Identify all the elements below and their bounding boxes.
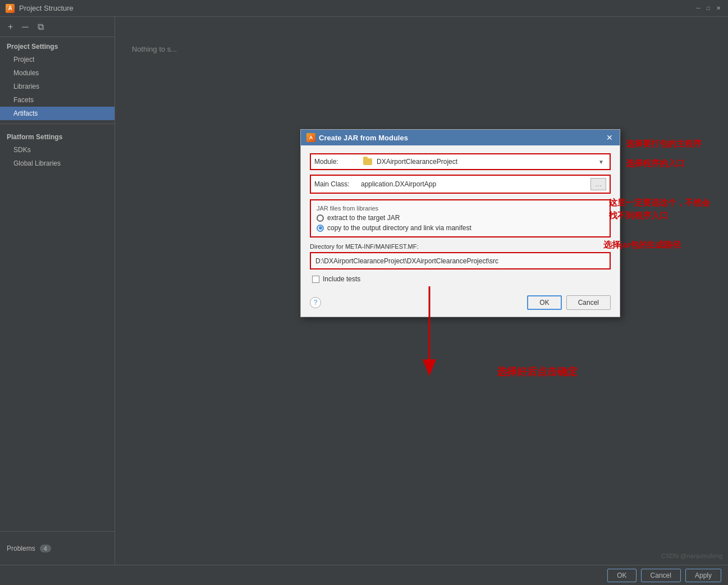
- add-button[interactable]: +: [4, 21, 16, 33]
- problems-label: Problems: [7, 545, 35, 552]
- bottom-cancel-button[interactable]: Cancel: [641, 569, 681, 582]
- svg-marker-1: [423, 359, 436, 376]
- module-label: Module:: [314, 158, 356, 166]
- sidebar-divider: [0, 124, 115, 124]
- sidebar-item-facets[interactable]: Facets: [0, 93, 115, 107]
- radio-extract[interactable]: extract to the target JAR: [317, 214, 604, 222]
- module-row: Module: DXAirportClearanceProject ▼: [310, 153, 611, 170]
- help-button[interactable]: ?: [310, 297, 321, 308]
- artifact-toolbar: + ─ ⧉: [0, 17, 115, 37]
- radio-copy-label: copy to the output directory and link vi…: [327, 224, 471, 232]
- dialog-title-bar: A Create JAR from Modules ✕: [301, 130, 620, 145]
- mainclass-value: application.DXAirportApp: [361, 180, 586, 188]
- arrow-annotation: [407, 286, 452, 400]
- dialog-body: Module: DXAirportClearanceProject ▼ Main…: [301, 145, 620, 291]
- problems-panel: Problems 4: [0, 531, 115, 565]
- mainclass-label: Main Class:: [314, 180, 356, 188]
- project-settings-section: Project Settings: [0, 37, 115, 53]
- sidebar-item-modules[interactable]: Modules: [0, 66, 115, 80]
- remove-button[interactable]: ─: [19, 21, 31, 33]
- bottom-bar: OK Cancel Apply: [0, 565, 728, 585]
- bottom-ok-button[interactable]: OK: [607, 569, 636, 582]
- mainclass-browse-button[interactable]: …: [590, 178, 606, 190]
- problems-badge: 4: [40, 545, 51, 552]
- nothing-text: Nothing to s...: [132, 45, 177, 53]
- watermark: CSDN @nanjumufeng: [661, 552, 722, 559]
- create-jar-dialog: A Create JAR from Modules ✕ Module: DXAi…: [300, 129, 620, 317]
- sidebar-item-libraries[interactable]: Libraries: [0, 80, 115, 93]
- main-panel: Nothing to s... A Create JAR from Module…: [115, 17, 728, 565]
- sidebar-item-artifacts[interactable]: Artifacts: [0, 107, 115, 120]
- include-tests-label: Include tests: [323, 275, 360, 283]
- title-bar: A Project Structure ─ □ ✕: [0, 0, 728, 17]
- annotation-2: 选择程序的入口: [626, 157, 685, 169]
- module-dropdown-icon: ▼: [598, 159, 604, 165]
- close-button[interactable]: ✕: [715, 4, 722, 12]
- radio-copy-circle: [317, 225, 324, 232]
- window-title: Project Structure: [19, 4, 74, 12]
- sidebar-item-global-libraries[interactable]: Global Libraries: [0, 157, 115, 170]
- app-icon: A: [6, 4, 15, 13]
- dialog-app-icon: A: [306, 133, 315, 142]
- module-select[interactable]: DXAirportClearanceProject ▼: [361, 157, 606, 167]
- radio-extract-label: extract to the target JAR: [327, 214, 400, 222]
- annotation-5: 选择好后点击确定: [497, 365, 578, 379]
- radio-extract-circle: [317, 214, 324, 222]
- bottom-apply-button[interactable]: Apply: [685, 569, 721, 582]
- sidebar: + ─ ⧉ Project Settings Project Modules L…: [0, 17, 115, 565]
- title-bar-left: A Project Structure: [6, 4, 74, 13]
- cancel-button[interactable]: Cancel: [566, 295, 611, 310]
- jar-files-group: JAR files from libraries extract to the …: [310, 199, 611, 237]
- sidebar-item-project[interactable]: Project: [0, 53, 115, 66]
- include-tests-checkbox[interactable]: [312, 276, 319, 283]
- dialog-footer: ? OK Cancel: [301, 291, 620, 317]
- ok-button[interactable]: OK: [527, 295, 561, 310]
- dialog-close-button[interactable]: ✕: [605, 133, 614, 142]
- radio-copy[interactable]: copy to the output directory and link vi…: [317, 224, 604, 232]
- content-area: + ─ ⧉ Project Settings Project Modules L…: [0, 17, 728, 565]
- dialog-title-left: A Create JAR from Modules: [306, 133, 408, 142]
- minimize-button[interactable]: ─: [694, 4, 702, 12]
- window-controls: ─ □ ✕: [694, 4, 722, 12]
- maximize-button[interactable]: □: [704, 4, 712, 12]
- dir-label: Directory for META-INF/MANIFEST.MF:: [310, 243, 611, 250]
- annotation-1: 选择要打包的主程序: [626, 138, 702, 149]
- sidebar-item-sdks[interactable]: SDKs: [0, 143, 115, 157]
- dir-value: D:\DXAirportClearanceProject\DXAirportCl…: [315, 257, 498, 265]
- dialog-buttons: OK Cancel: [527, 295, 611, 310]
- jar-files-label: JAR files from libraries: [317, 205, 604, 212]
- mainclass-row: Main Class: application.DXAirportApp …: [310, 175, 611, 194]
- module-value: DXAirportClearanceProject: [377, 158, 457, 166]
- platform-settings-section: Platform Settings: [0, 127, 115, 143]
- copy-button[interactable]: ⧉: [34, 21, 47, 33]
- dir-group: D:\DXAirportClearanceProject\DXAirportCl…: [310, 252, 611, 269]
- module-folder-icon: [363, 158, 372, 165]
- annotation-3: 这里一定要选这个，不然会 找不到程序入口: [609, 196, 710, 222]
- dialog-title: Create JAR from Modules: [319, 134, 408, 142]
- ide-window: A Project Structure ─ □ ✕ + ─ ⧉ Project …: [0, 0, 728, 585]
- include-tests-row[interactable]: Include tests: [312, 275, 611, 283]
